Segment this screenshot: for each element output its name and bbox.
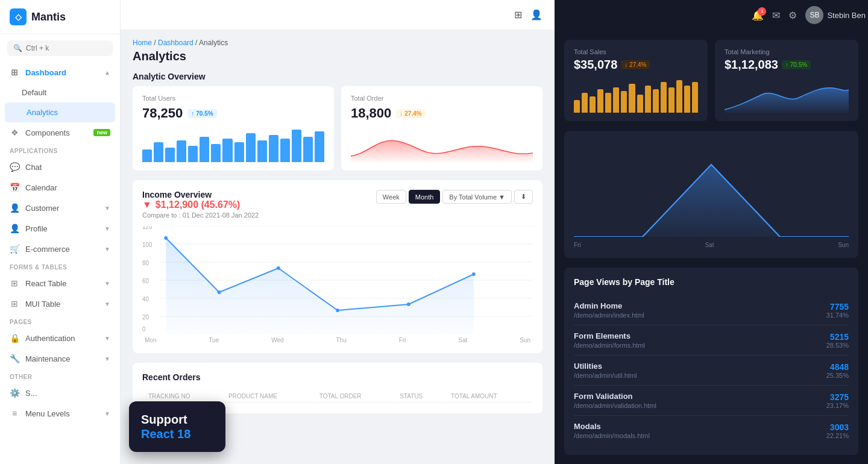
maintenance-icon: 🔧 xyxy=(10,354,19,363)
stat-card-orders: Total Order 18,800 ↓ 27.4% xyxy=(341,86,542,171)
section-forms: Forms & Tables xyxy=(0,259,120,273)
col-status: STATUS xyxy=(395,390,445,403)
sidebar-item-default[interactable]: Default xyxy=(0,83,120,102)
stats-row: Total Users 78,250 ↑ 70.5% xyxy=(121,86,555,171)
sidebar-item-mui-table[interactable]: ⊞ MUI Table ▼ xyxy=(0,293,120,314)
svg-text:80: 80 xyxy=(142,260,149,266)
new-badge: new xyxy=(93,129,110,136)
chevron-icon: ▼ xyxy=(104,246,110,252)
logo-area: ◇ Mantis xyxy=(0,0,120,34)
gear-icon[interactable]: ⚙ xyxy=(788,10,797,21)
sidebar-item-components[interactable]: ❖ Components new xyxy=(0,122,120,143)
breadcrumb-home[interactable]: Home xyxy=(133,39,152,47)
notification-badge: 1 xyxy=(758,7,766,16)
search-icon: 🔍 xyxy=(13,44,22,52)
svg-text:40: 40 xyxy=(142,296,149,303)
chevron-icon: ▼ xyxy=(104,205,110,212)
month-button[interactable]: Month xyxy=(409,190,441,204)
dark-value-marketing: $1,12,083 xyxy=(725,58,778,72)
sidebar-item-profile[interactable]: 👤 Profile ▼ xyxy=(0,218,120,239)
dashboard-icon: ⊞ xyxy=(10,67,19,77)
auth-icon: 🔒 xyxy=(10,333,19,343)
sidebar: ◇ Mantis 🔍 ⊞ Dashboard ▲ Default Analyti… xyxy=(0,0,121,464)
pv-item-0: Admin Home /demo/admin/index.html 7755 3… xyxy=(574,295,849,325)
stat-label-users: Total Users xyxy=(142,95,324,102)
mail-icon[interactable]: ✉ xyxy=(772,10,780,21)
dark-badge-marketing: ↑ 70.5% xyxy=(782,60,811,69)
dark-badge-sales: ↓ 27.4% xyxy=(621,60,650,69)
stat-label-orders: Total Order xyxy=(351,95,533,102)
time-btn-group: Week Month By Total Volume ▼ ⬇ xyxy=(376,190,533,204)
col-amount: TOTAL AMOUNT xyxy=(446,390,532,403)
pv-item-4: Modals /demo/admin/modals.html 3003 22.2… xyxy=(574,416,849,445)
breadcrumb: Home / Dashboard / Analytics xyxy=(121,30,555,47)
chevron-icon: ▼ xyxy=(104,356,110,362)
dark-label-sales: Total Sales xyxy=(574,48,698,55)
profile-icon: 👤 xyxy=(10,224,19,233)
breadcrumb-dashboard[interactable]: Dashboard xyxy=(158,39,193,47)
arrow-up-icon: ↑ xyxy=(191,110,194,117)
sidebar-item-authentication[interactable]: 🔒 Authentication ▼ xyxy=(0,328,120,348)
user-switch-icon[interactable]: 👤 xyxy=(530,9,542,20)
user-area[interactable]: SB Stebin Ben xyxy=(805,6,866,24)
sidebar-item-ecommerce[interactable]: 🛒 E-commerce ▼ xyxy=(0,239,120,259)
mui-table-icon: ⊞ xyxy=(10,299,19,309)
svg-point-15 xyxy=(277,266,280,270)
search-bar[interactable]: 🔍 xyxy=(7,40,113,56)
svg-text:0: 0 xyxy=(142,326,146,333)
chevron-icon: ▼ xyxy=(104,335,110,342)
sidebar-item-menu-levels[interactable]: ≡ Menu Levels ▼ xyxy=(0,403,120,424)
chat-icon: 💬 xyxy=(10,162,19,172)
sidebar-item-chat[interactable]: 💬 Chat xyxy=(0,157,120,177)
light-panel: ⊞ 👤 Home / Dashboard / Analytics Analyti… xyxy=(121,0,555,464)
svg-text:120: 120 xyxy=(142,226,153,230)
arrow-down-icon: ↓ xyxy=(400,110,403,117)
breadcrumb-current: Analytics xyxy=(199,39,228,47)
income-amount: ▼ $1,12,900 (45.67%) xyxy=(142,199,259,210)
col-product: PRODUCT NAME xyxy=(224,390,313,403)
income-compare: Compare to : 01 Dec 2021-08 Jan 2022 xyxy=(142,212,259,219)
orders-area-chart xyxy=(351,126,533,162)
stat-card-users: Total Users 78,250 ↑ 70.5% xyxy=(133,86,334,171)
settings-icon: ⚙️ xyxy=(10,388,19,398)
svg-point-18 xyxy=(472,272,476,276)
col-total-order: TOTAL ORDER xyxy=(315,390,394,403)
section-pages: Pages xyxy=(0,314,120,328)
dark-value-sales: $35,078 xyxy=(574,58,617,72)
download-button[interactable]: ⬇ xyxy=(514,190,533,204)
sidebar-item-react-table[interactable]: ⊞ React Table ▼ xyxy=(0,273,120,293)
sidebar-item-maintenance[interactable]: 🔧 Maintenance ▼ xyxy=(0,348,120,369)
bell-icon[interactable]: 🔔 1 xyxy=(752,10,764,21)
volume-button[interactable]: By Total Volume ▼ xyxy=(442,190,512,204)
pv-item-2: Utilities /demo/admin/util.html 4848 25.… xyxy=(574,356,849,386)
dark-stat-marketing: Total Marketing $1,12,083 ↑ 70.5% xyxy=(715,40,858,121)
income-chart: 120 100 80 60 40 20 0 xyxy=(142,226,533,334)
avatar: SB xyxy=(805,6,823,24)
week-button[interactable]: Week xyxy=(376,190,406,204)
chevron-icon: ▼ xyxy=(104,280,110,287)
support-react18-popup[interactable]: Support React 18 xyxy=(129,401,225,452)
svg-text:20: 20 xyxy=(142,314,149,321)
sidebar-item-analytics[interactable]: Analytics xyxy=(5,102,115,122)
sidebar-item-customer[interactable]: 👤 Customer ▼ xyxy=(0,198,120,218)
grid-icon[interactable]: ⊞ xyxy=(514,9,522,20)
sidebar-item-calendar[interactable]: 📅 Calendar xyxy=(0,177,120,198)
search-input[interactable] xyxy=(26,44,107,52)
logo-icon: ◇ xyxy=(10,8,27,25)
chevron-icon: ▼ xyxy=(104,301,110,307)
customer-icon: 👤 xyxy=(10,203,19,213)
main-content: ⊞ 👤 Home / Dashboard / Analytics Analyti… xyxy=(121,0,868,464)
income-title: Income Overview xyxy=(142,190,259,199)
sidebar-item-settings[interactable]: ⚙️ S... xyxy=(0,383,120,403)
user-name: Stebin Ben xyxy=(827,11,866,20)
sidebar-item-dashboard[interactable]: ⊞ Dashboard ▲ xyxy=(0,62,120,83)
dark-label-marketing: Total Marketing xyxy=(725,48,849,55)
chevron-icon: ▼ xyxy=(104,410,110,417)
dark-stats-row: Total Sales $35,078 ↓ 27.4% xyxy=(564,40,858,121)
react-table-icon: ⊞ xyxy=(10,278,19,288)
stat-badge-orders: ↓ 27.4% xyxy=(396,109,425,118)
app-name: Mantis xyxy=(31,11,66,24)
components-icon: ❖ xyxy=(10,128,19,137)
svg-text:60: 60 xyxy=(142,278,149,284)
pv-item-1: Form Elements /demo/admin/forms.html 521… xyxy=(574,325,849,356)
